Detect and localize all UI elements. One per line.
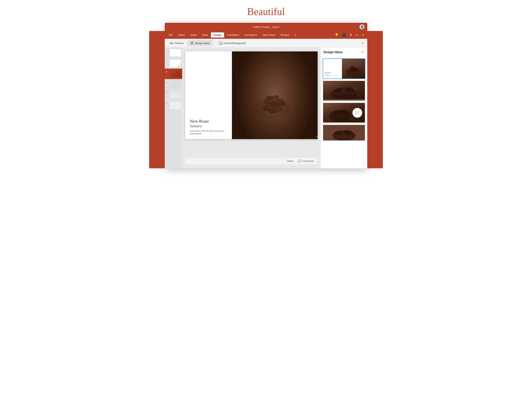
- ribbon-sep: [214, 40, 214, 46]
- ribbon-collapse-button[interactable]: ∧: [360, 41, 365, 45]
- svg-point-26: [345, 87, 354, 93]
- menu-more[interactable]: ∨: [292, 32, 299, 37]
- menu-bar: File Home Insert Draw Design Transitions…: [165, 31, 367, 39]
- comments-button[interactable]: 💬 Comments: [298, 160, 314, 163]
- card-3-bg: [323, 103, 365, 122]
- menu-file[interactable]: File: [166, 32, 176, 38]
- slide-number-2: 2: [166, 60, 169, 62]
- menu-home[interactable]: Home: [176, 32, 188, 38]
- slide-mini-1: [170, 49, 181, 57]
- notes-label: Notes: [287, 160, 293, 162]
- svg-point-23: [349, 70, 352, 72]
- app-window: Coffee Roaster - Saved 👤 File Home Inser…: [165, 23, 367, 168]
- card-1-coffee-art: [342, 59, 365, 78]
- svg-point-28: [333, 111, 340, 114]
- coffee-beans-overlay: [232, 51, 318, 139]
- slide-subtitle: Sumatra: [190, 124, 228, 128]
- slide-number-1: 1: [166, 49, 169, 52]
- slide-mini-4: [170, 81, 181, 88]
- slide-number-3: 3: [166, 70, 169, 73]
- themes-icon: Aa: [169, 41, 173, 45]
- svg-point-5: [221, 43, 222, 45]
- slide-thumb-1[interactable]: 1: [165, 48, 182, 58]
- presentation-mode-icon[interactable]: ⬛: [341, 32, 347, 38]
- menu-design[interactable]: Design: [211, 32, 224, 38]
- design-ideas-button[interactable]: Design Ideas: [187, 40, 212, 46]
- redo-icon[interactable]: ↪: [361, 32, 365, 38]
- document-title: Coffee Roaster - Saved: [253, 26, 279, 28]
- svg-point-16: [262, 107, 269, 111]
- svg-rect-0: [190, 42, 192, 43]
- menu-insert[interactable]: Insert: [188, 32, 200, 38]
- notes-icon: 📄: [283, 160, 286, 163]
- page-headline: Beautiful: [247, 6, 285, 17]
- menu-slideshow[interactable]: Slide Show: [260, 32, 278, 38]
- card-1-body: Lorem ipsum dolor sit amet, consectetur …: [325, 75, 340, 77]
- lightbulb-icon[interactable]: 💡: [334, 32, 339, 38]
- design-idea-card-3[interactable]: New Roast Sumatra consectetur adipiscing…: [323, 103, 365, 123]
- design-ideas-label: Design Ideas: [195, 42, 210, 45]
- svg-point-22: [354, 70, 357, 72]
- avatar[interactable]: 👤: [360, 24, 365, 29]
- format-background-button[interactable]: Format Background: [216, 40, 248, 46]
- slide-canvas-area: New Roast Sumatra Lorem ipsum dolor sit …: [182, 48, 321, 168]
- design-idea-card-1[interactable]: New Roast Sumatra Lorem ipsum dolor sit …: [323, 58, 365, 79]
- svg-point-32: [335, 131, 342, 135]
- toolbar-icons: 💡 ⬛ ⬆ ↩ ↪: [334, 32, 366, 38]
- design-ideas-panel: Design Ideas ✕ New Roast Sumatra Lorem i…: [321, 48, 367, 168]
- format-background-label: Format Background: [223, 42, 246, 45]
- format-bg-icon: [218, 41, 222, 45]
- slide-mini-6: [170, 102, 181, 109]
- slide-title: New Roast: [190, 119, 228, 124]
- svg-point-8: [263, 100, 271, 104]
- coffee-image: [232, 51, 318, 139]
- design-idea-card-4[interactable]: [323, 124, 365, 145]
- slide-number-6: 6: [166, 102, 169, 104]
- notes-button[interactable]: 📄 Notes: [283, 160, 293, 163]
- slide-thumb-5[interactable]: 5: [165, 90, 182, 100]
- design-panel-close-button[interactable]: ✕: [361, 50, 365, 54]
- svg-point-15: [275, 107, 283, 112]
- design-ideas-icon: [190, 41, 194, 45]
- svg-point-12: [278, 102, 285, 106]
- card-4-bg: [323, 125, 365, 141]
- slide-number-4: 4: [166, 81, 169, 83]
- comments-icon: 💬: [298, 160, 301, 163]
- comments-label: Comments: [302, 160, 314, 162]
- card-1-image: [342, 59, 365, 78]
- design-panel-title: Design Ideas: [323, 51, 343, 54]
- svg-point-33: [344, 130, 352, 135]
- menu-review[interactable]: Review: [278, 32, 292, 38]
- menu-transitions[interactable]: Transitions: [224, 32, 242, 38]
- title-bar: Coffee Roaster - Saved 👤: [165, 23, 367, 31]
- svg-point-29: [340, 109, 348, 114]
- slide-thumb-6[interactable]: 6: [165, 100, 182, 111]
- slide-canvas[interactable]: New Roast Sumatra Lorem ipsum dolor sit …: [185, 51, 318, 139]
- card-1-subtitle: Sumatra: [325, 73, 340, 75]
- status-bar: 📄 Notes 💬 Comments: [185, 157, 318, 164]
- card-1-text: New Roast Sumatra Lorem ipsum dolor sit …: [323, 59, 342, 78]
- menu-draw[interactable]: Draw: [199, 32, 211, 38]
- selection-handle[interactable]: [317, 136, 318, 138]
- design-idea-card-2[interactable]: New Roast Sumatra Lorem ipsum dolor sit …: [323, 80, 365, 101]
- svg-point-20: [354, 67, 358, 70]
- undo-icon[interactable]: ↩: [355, 32, 359, 38]
- slide-thumb-2[interactable]: 2: [165, 58, 182, 69]
- slide-thumb-3[interactable]: 3: [165, 69, 182, 79]
- themes-button[interactable]: Aa Themes: [167, 40, 186, 46]
- svg-point-11: [273, 95, 279, 99]
- slide-mini-3: [170, 70, 181, 77]
- slide-text-area: New Roast Sumatra Lorem ipsum dolor sit …: [185, 51, 232, 139]
- share-icon[interactable]: ⬆: [349, 32, 353, 38]
- slide-mini-5: [170, 91, 181, 99]
- avatar-icon: 👤: [361, 25, 364, 28]
- slide-thumb-4[interactable]: 4: [165, 79, 182, 90]
- card-2-bg: [323, 81, 365, 101]
- slide-image: [232, 51, 318, 139]
- menu-animations[interactable]: Animations: [242, 32, 260, 38]
- svg-rect-2: [192, 43, 193, 45]
- slide-panel: 1 2 3 4 5: [165, 48, 182, 168]
- card-4-art: [323, 125, 365, 141]
- svg-point-10: [266, 96, 274, 101]
- design-panel-header: Design Ideas ✕: [321, 48, 367, 57]
